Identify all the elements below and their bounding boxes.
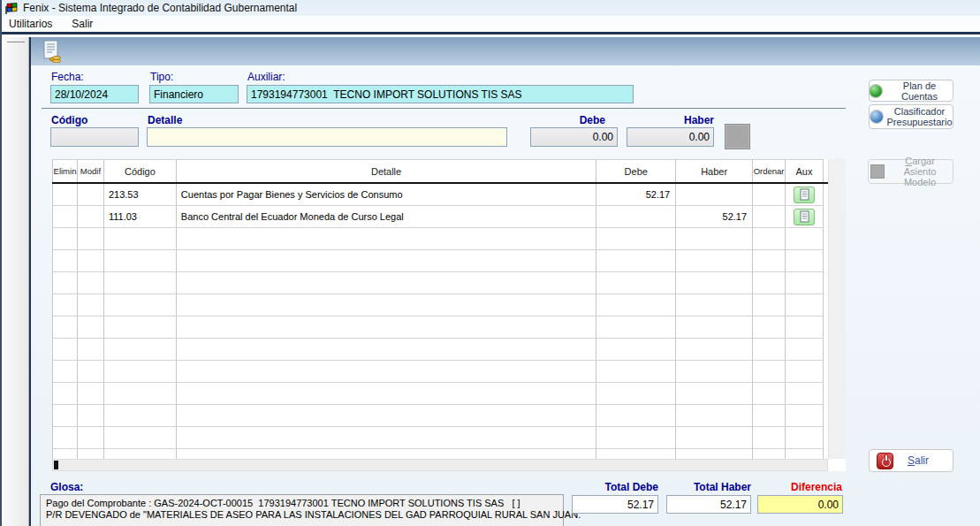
cell-elimin (53, 449, 78, 459)
menu-salir[interactable]: Salir (72, 18, 93, 30)
cell-detalle (177, 427, 596, 448)
column-header-modif[interactable]: Modif (78, 160, 104, 182)
auxiliar-input[interactable]: 1793194773001 TECNO IMPORT SOLUTIONS TIS… (247, 85, 634, 103)
column-header-detalle[interactable]: Detalle (177, 160, 596, 182)
add-entry-button[interactable] (725, 124, 750, 149)
cell-detalle (177, 405, 596, 426)
cell-modif (78, 316, 104, 338)
glosa-line-2: P/R DEVENGADO de "MATERIALES DE ASEO PAR… (46, 509, 558, 521)
glosa-label: Glosa: (50, 481, 83, 493)
column-header-debe[interactable]: Debe (596, 160, 676, 182)
cell-codigo[interactable]: 213.53 (104, 184, 177, 205)
detalle-input[interactable] (147, 127, 507, 147)
salir-button[interactable]: Salir (869, 449, 953, 472)
table-row[interactable]: 213.53Cuentas por Pagar Bienes y Servici… (53, 184, 824, 206)
cell-detalle (177, 361, 596, 382)
cell-aux (786, 383, 824, 404)
total-debe-input[interactable]: 52.17 (572, 495, 658, 514)
column-header-codigo[interactable]: Código (104, 160, 177, 182)
debe-input[interactable]: 0.00 (530, 127, 618, 147)
cell-ordenar (753, 250, 786, 271)
cell-ordenar (753, 427, 786, 448)
blue-sphere-icon (870, 111, 883, 123)
app-window: Fenix - Sistema Integrado de Contabilida… (0, 0, 980, 526)
haber-input[interactable]: 0.00 (627, 127, 714, 147)
cell-codigo (104, 405, 177, 426)
table-row-empty (53, 228, 824, 250)
cell-elimin (53, 272, 78, 293)
cell-haber (676, 228, 753, 249)
cell-ordenar (753, 449, 786, 459)
cell-haber (676, 405, 753, 426)
table-horizontal-scrollbar[interactable] (52, 459, 828, 471)
cell-aux[interactable] (786, 206, 824, 227)
cargar-asiento-modelo-button[interactable]: Cargar Asiento Modelo (868, 159, 953, 184)
cell-modif[interactable] (78, 206, 104, 227)
table-vertical-scrollbar[interactable] (828, 159, 846, 459)
cell-codigo (104, 316, 177, 338)
cell-debe[interactable]: 52.17 (596, 184, 676, 205)
diferencia-input[interactable]: 0.00 (757, 495, 843, 514)
cell-elimin[interactable] (53, 184, 78, 205)
cell-detalle (177, 272, 596, 293)
cell-codigo (104, 361, 177, 382)
cell-ordenar (753, 361, 786, 382)
cell-debe (596, 427, 676, 448)
cell-elimin (53, 361, 78, 382)
cell-debe (596, 449, 676, 459)
total-haber-input[interactable]: 52.17 (666, 495, 751, 514)
cell-modif (78, 294, 104, 316)
column-header-aux[interactable]: Aux (786, 160, 824, 182)
cell-elimin (53, 383, 78, 404)
cell-detalle[interactable]: Cuentas por Pagar Bienes y Servicios de … (177, 184, 596, 205)
glosa-textarea[interactable]: Pago del Comprobante : GAS-2024-OCT-0001… (40, 494, 564, 526)
left-collapsed-panel[interactable] (4, 37, 29, 526)
aux-detail-button[interactable] (794, 187, 815, 203)
cell-codigo (104, 383, 177, 404)
horizontal-scrollbar-thumb[interactable] (54, 461, 58, 469)
document-coins-icon[interactable] (42, 40, 62, 63)
cell-aux (786, 361, 824, 382)
codigo-input[interactable] (50, 127, 139, 147)
cell-haber[interactable] (676, 184, 753, 205)
cell-modif[interactable] (78, 184, 104, 205)
clasificador-label: Clasificador Presupuestario (887, 106, 953, 127)
form-separator (42, 108, 846, 109)
cell-elimin[interactable] (53, 206, 78, 227)
table-row-empty (53, 272, 824, 294)
aux-detail-button[interactable] (794, 209, 815, 225)
debe-label: Debe (530, 114, 605, 126)
cell-modif (78, 250, 104, 271)
table-body: 213.53Cuentas por Pagar Bienes y Servici… (52, 184, 824, 459)
cell-ordenar[interactable] (753, 184, 786, 205)
table-row-empty (53, 316, 824, 339)
clasificador-presupuestario-button[interactable]: Clasificador Presupuestario (869, 104, 953, 129)
cell-debe (596, 405, 676, 426)
cell-elimin (53, 427, 78, 448)
column-header-ordenar[interactable]: Ordenar (753, 160, 786, 182)
splitter-handle[interactable] (7, 42, 25, 42)
cell-haber (676, 427, 753, 448)
cell-ordenar[interactable] (753, 206, 786, 227)
cell-debe[interactable] (596, 206, 676, 227)
glosa-line-1: Pago del Comprobante : GAS-2024-OCT-0001… (46, 498, 558, 509)
column-header-elimin[interactable]: Elimin (53, 160, 78, 182)
tipo-input[interactable]: Financiero (149, 85, 239, 103)
cell-aux (786, 272, 824, 293)
cell-haber (676, 250, 753, 271)
fecha-input[interactable]: 28/10/2024 (50, 85, 139, 103)
cell-ordenar (753, 339, 786, 360)
cell-codigo[interactable]: 111.03 (104, 206, 177, 227)
cell-aux (786, 294, 824, 316)
toolbar (31, 37, 980, 65)
salir-button-label: Salir (908, 455, 929, 466)
cell-debe (596, 228, 676, 249)
plan-de-cuentas-button[interactable]: Plan de Cuentas (869, 80, 953, 102)
column-header-haber[interactable]: Haber (676, 160, 753, 182)
cell-haber[interactable]: 52.17 (676, 206, 753, 227)
cell-aux (786, 449, 824, 459)
cell-detalle[interactable]: Banco Central del Ecuador Moneda de Curs… (177, 206, 596, 227)
menu-utilitarios[interactable]: Utilitarios (9, 18, 52, 30)
table-row[interactable]: 111.03Banco Central del Ecuador Moneda d… (53, 206, 824, 228)
cell-aux[interactable] (786, 184, 824, 205)
